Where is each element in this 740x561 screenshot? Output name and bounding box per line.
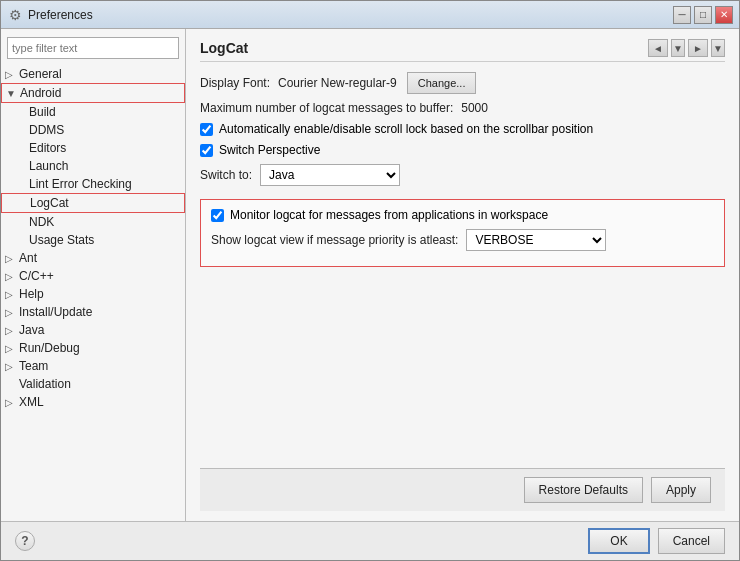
switch-perspective-checkbox[interactable]	[200, 144, 213, 157]
android-children: Build DDMS Editors Launch Lint Error Che…	[1, 103, 185, 249]
sidebar-item-help[interactable]: ▷ Help	[1, 285, 185, 303]
expand-arrow-cpp: ▷	[5, 271, 19, 282]
nav-back-button[interactable]: ◄	[648, 39, 668, 57]
sidebar-label-cpp: C/C++	[19, 269, 54, 283]
show-logcat-row: Show logcat view if message priority is …	[211, 229, 714, 251]
sidebar-item-editors[interactable]: Editors	[1, 139, 185, 157]
maximize-button[interactable]: □	[694, 6, 712, 24]
close-button[interactable]: ✕	[715, 6, 733, 24]
switch-perspective-label: Switch Perspective	[219, 143, 320, 157]
sidebar-item-rundebug[interactable]: ▷ Run/Debug	[1, 339, 185, 357]
switch-to-label: Switch to:	[200, 168, 252, 182]
pane-title-text: LogCat	[200, 40, 248, 56]
sidebar-label-ant: Ant	[19, 251, 37, 265]
help-icon[interactable]: ?	[15, 531, 35, 551]
sidebar-item-install[interactable]: ▷ Install/Update	[1, 303, 185, 321]
switch-to-row: Switch to: Java Android Debug	[200, 164, 725, 186]
show-logcat-label: Show logcat view if message priority is …	[211, 233, 458, 247]
max-messages-value: 5000	[461, 101, 488, 115]
pane-title-row: LogCat ◄ ▼ ► ▼	[200, 39, 725, 62]
sidebar-item-lint[interactable]: Lint Error Checking	[1, 175, 185, 193]
expand-arrow-rundebug: ▷	[5, 343, 19, 354]
display-font-label: Display Font:	[200, 76, 270, 90]
ok-cancel-row: OK Cancel	[588, 528, 725, 554]
sidebar-item-java[interactable]: ▷ Java	[1, 321, 185, 339]
sidebar-item-cpp[interactable]: ▷ C/C++	[1, 267, 185, 285]
right-pane: LogCat ◄ ▼ ► ▼ Display Font: Courier New…	[186, 29, 739, 521]
window-icon: ⚙	[7, 7, 23, 23]
display-font-row: Display Font: Courier New-regular-9 Chan…	[200, 72, 725, 94]
switch-to-select[interactable]: Java Android Debug	[260, 164, 400, 186]
sidebar-label-ddms: DDMS	[29, 123, 64, 137]
switch-perspective-row: Switch Perspective	[200, 143, 725, 157]
sidebar-label-xml: XML	[19, 395, 44, 409]
ok-button[interactable]: OK	[588, 528, 649, 554]
display-font-value: Courier New-regular-9	[278, 76, 397, 90]
expand-arrow-help: ▷	[5, 289, 19, 300]
filter-input[interactable]	[7, 37, 179, 59]
show-logcat-select[interactable]: VERBOSE DEBUG INFO WARN ERROR	[466, 229, 606, 251]
sidebar-item-validation[interactable]: ▷ Validation	[1, 375, 185, 393]
window-title: Preferences	[28, 8, 673, 22]
sidebar-item-team[interactable]: ▷ Team	[1, 357, 185, 375]
sidebar-label-launch: Launch	[29, 159, 68, 173]
auto-scroll-checkbox[interactable]	[200, 123, 213, 136]
sidebar-label-rundebug: Run/Debug	[19, 341, 80, 355]
sidebar-label-lint: Lint Error Checking	[29, 177, 132, 191]
sidebar-item-ant[interactable]: ▷ Ant	[1, 249, 185, 267]
minimize-button[interactable]: ─	[673, 6, 691, 24]
sidebar-label-logcat: LogCat	[30, 196, 69, 210]
pane-nav: ◄ ▼ ► ▼	[648, 39, 725, 57]
cancel-button[interactable]: Cancel	[658, 528, 725, 554]
expand-arrow-team: ▷	[5, 361, 19, 372]
sidebar-item-launch[interactable]: Launch	[1, 157, 185, 175]
title-bar: ⚙ Preferences ─ □ ✕	[1, 1, 739, 29]
bottom-section: Restore Defaults Apply	[200, 468, 725, 511]
preferences-window: ⚙ Preferences ─ □ ✕ ▷ General ▼	[0, 0, 740, 561]
sidebar-label-install: Install/Update	[19, 305, 92, 319]
content-area: ▷ General ▼ Android Build DDMS Ed	[1, 29, 739, 560]
sidebar-label-android: Android	[20, 86, 61, 100]
sidebar-label-java: Java	[19, 323, 44, 337]
sidebar-label-general: General	[19, 67, 62, 81]
auto-scroll-row: Automatically enable/disable scroll lock…	[200, 122, 725, 136]
monitor-row: Monitor logcat for messages from applica…	[211, 208, 714, 222]
auto-scroll-label: Automatically enable/disable scroll lock…	[219, 122, 593, 136]
sidebar-label-editors: Editors	[29, 141, 66, 155]
expand-arrow-install: ▷	[5, 307, 19, 318]
sidebar-item-android[interactable]: ▼ Android	[1, 83, 185, 103]
expand-arrow-java: ▷	[5, 325, 19, 336]
nav-forward-dropdown[interactable]: ▼	[711, 39, 725, 57]
nav-forward-button[interactable]: ►	[688, 39, 708, 57]
sidebar-item-xml[interactable]: ▷ XML	[1, 393, 185, 411]
filter-box	[7, 37, 179, 59]
expand-arrow-android: ▼	[6, 88, 20, 99]
expand-arrow-general: ▷	[5, 69, 19, 80]
sidebar-label-usage: Usage Stats	[29, 233, 94, 247]
sidebar-item-ndk[interactable]: NDK	[1, 213, 185, 231]
sidebar-label-team: Team	[19, 359, 48, 373]
monitor-checkbox[interactable]	[211, 209, 224, 222]
restore-defaults-button[interactable]: Restore Defaults	[524, 477, 643, 503]
sidebar: ▷ General ▼ Android Build DDMS Ed	[1, 29, 186, 521]
sidebar-item-logcat[interactable]: LogCat	[1, 193, 185, 213]
main-pane: ▷ General ▼ Android Build DDMS Ed	[1, 29, 739, 521]
apply-button[interactable]: Apply	[651, 477, 711, 503]
sidebar-item-build[interactable]: Build	[1, 103, 185, 121]
max-messages-label: Maximum number of logcat messages to buf…	[200, 101, 453, 115]
footer: ? OK Cancel	[1, 521, 739, 560]
spacer	[200, 273, 725, 468]
nav-back-dropdown[interactable]: ▼	[671, 39, 685, 57]
sidebar-item-usage[interactable]: Usage Stats	[1, 231, 185, 249]
sidebar-label-help: Help	[19, 287, 44, 301]
sidebar-label-validation: Validation	[19, 377, 71, 391]
max-messages-row: Maximum number of logcat messages to buf…	[200, 101, 725, 115]
expand-arrow-xml: ▷	[5, 397, 19, 408]
sidebar-label-build: Build	[29, 105, 56, 119]
monitor-section: Monitor logcat for messages from applica…	[200, 199, 725, 267]
sidebar-item-general[interactable]: ▷ General	[1, 65, 185, 83]
window-controls: ─ □ ✕	[673, 6, 733, 24]
monitor-label: Monitor logcat for messages from applica…	[230, 208, 548, 222]
sidebar-item-ddms[interactable]: DDMS	[1, 121, 185, 139]
change-font-button[interactable]: Change...	[407, 72, 477, 94]
